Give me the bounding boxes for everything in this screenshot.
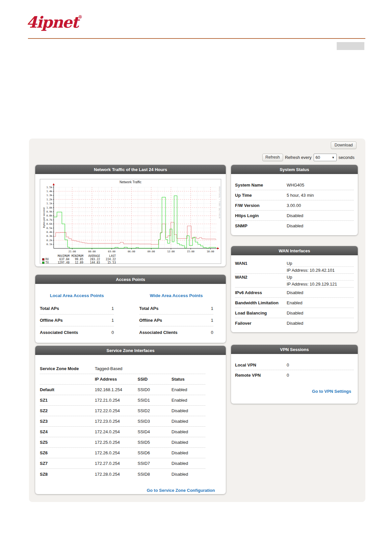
chart-legend-stat-value: 15.53 — [100, 261, 116, 264]
vpn-link-row: Go to VPN Settings — [231, 380, 358, 394]
chart-legend-column: LAST — [100, 254, 116, 258]
vpn-sessions-panel-title: VPN Sessions — [231, 345, 358, 354]
svg-text:18:00: 18:00 — [207, 250, 214, 253]
refresh-button[interactable]: Refresh — [262, 154, 283, 161]
right-column: System Status System NameWHG405Up Time5 … — [231, 165, 358, 494]
access-points-row-label: Associated Clients — [139, 330, 177, 335]
svg-text:0.3k: 0.3k — [46, 235, 53, 238]
chart-legend-stat-value: 1297.40 — [51, 261, 69, 264]
service-zone-ip: 172.23.0.254 — [95, 419, 138, 424]
access-points-row-value: 1 — [112, 306, 114, 311]
chart-legend-column: MINIMUM — [69, 254, 83, 258]
vpn-sessions-panel: VPN Sessions Local VPN0Remote VPN0 Go to… — [231, 345, 358, 404]
access-points-row-value: 0 — [211, 330, 213, 335]
svg-text:0.1k: 0.1k — [46, 243, 53, 246]
service-zone-name: Default — [40, 387, 95, 392]
service-zone-row: SZ7172.27.0.254SSID7Disabled — [40, 458, 205, 469]
go-to-service-zone-configuration-link[interactable]: Go to Service Zone Configuration — [147, 488, 215, 493]
chart-legend-stat-value: 12.89 — [69, 261, 83, 264]
service-zone-ip: 172.24.0.254 — [95, 429, 138, 434]
wan-status-line: WAN1Up — [235, 260, 354, 266]
wan-label: IPv6 Address — [235, 290, 287, 295]
access-points-row: Associated Clients0 — [40, 326, 114, 338]
wan-interfaces-rows: WAN1UpIP Address: 10.29.42.101WAN2UpIP A… — [231, 255, 358, 328]
chart-legend-stat-value: 224.22 — [100, 258, 116, 261]
wan-status-line: WAN2Up — [235, 274, 354, 280]
vpn-value: 0 — [287, 373, 289, 378]
svg-text:00:00: 00:00 — [88, 250, 96, 253]
wan-value: Disabled — [287, 321, 303, 326]
system-status-row: System NameWHG405 — [235, 180, 354, 190]
wan-row: FailoverDisabled — [235, 318, 354, 328]
refresh-interval-select[interactable]: 60 ▼ — [314, 154, 337, 161]
svg-text:03:00: 03:00 — [108, 250, 116, 253]
system-status-label: F/W Version — [235, 203, 287, 208]
svg-text:1.2k: 1.2k — [46, 198, 53, 201]
refresh-every-label: Refresh every — [285, 155, 312, 160]
service-zone-row: SZ4172.24.0.254SSID4Disabled — [40, 427, 205, 437]
service-zone-name: SZ5 — [40, 440, 95, 445]
service-zone-ssid: SSID1 — [138, 398, 171, 403]
chart-legend-column: MAXIMUM — [51, 254, 69, 258]
rx-swatch-icon — [42, 258, 44, 261]
svg-text:0.6k: 0.6k — [46, 222, 53, 225]
wan-row: WAN2UpIP Address: 10.29.129.121 — [235, 274, 354, 288]
service-zone-name: SZ7 — [40, 461, 95, 466]
wan-row: WAN1UpIP Address: 10.29.42.101 — [235, 260, 354, 274]
header-button-placeholder[interactable] — [337, 42, 364, 50]
service-zone-ssid: SSID3 — [138, 419, 171, 424]
service-zone-status: Disabled — [171, 461, 205, 466]
go-to-vpn-settings-link[interactable]: Go to VPN Settings — [312, 389, 351, 394]
access-points-group: Wide Area Access PointsTotal APs1Offline… — [139, 293, 213, 338]
system-status-row: Up Time5 hour, 43 min — [235, 190, 354, 200]
wan-row: Load BalancingDisabled — [235, 308, 354, 318]
svg-text:09:00: 09:00 — [147, 250, 155, 253]
column-header-status: Status — [171, 377, 205, 382]
access-points-row-value: 1 — [211, 306, 213, 311]
svg-text:0.4k: 0.4k — [46, 231, 53, 234]
access-points-row-value: 1 — [112, 318, 114, 323]
svg-text:1.4k: 1.4k — [46, 190, 53, 193]
service-zone-ip: 172.27.0.254 — [95, 461, 138, 466]
service-zone-table: Service Zone ModeTagged-BasedIP AddressS… — [35, 355, 226, 479]
service-zone-status: Enabled — [171, 387, 205, 392]
page: { "brand": { "logo_text": "4ipnet", "reg… — [0, 0, 392, 554]
access-points-row: Total APs1 — [139, 303, 213, 315]
vpn-row: Local VPN0 — [235, 360, 354, 370]
left-column: Network Traffic of the Last 24 Hours 21:… — [35, 165, 226, 494]
service-zone-ssid: SSID0 — [138, 387, 171, 392]
access-points-row-label: Total APs — [139, 306, 159, 311]
access-points-group-heading: Wide Area Access Points — [139, 293, 213, 298]
download-button[interactable]: Download — [331, 141, 356, 149]
svg-text:0.7k: 0.7k — [46, 218, 53, 221]
service-zone-ssid: SSID6 — [138, 450, 171, 455]
system-status-label: SNMP — [235, 223, 287, 228]
access-points-row-value: 1 — [211, 318, 213, 323]
svg-text:12:00: 12:00 — [167, 250, 175, 253]
service-zone-mode-row: Service Zone ModeTagged-Based — [40, 364, 205, 374]
chart-legend-series-name: TX — [42, 261, 51, 264]
chart-legend-series-row: RX637.8499.85203.22224.22 — [42, 258, 116, 261]
service-zone-name: SZ1 — [40, 398, 95, 403]
service-zone-ssid: SSID4 — [138, 429, 171, 434]
chart-y-axis-label: Bytes per second — [42, 208, 45, 228]
service-zone-row: SZ8172.28.0.254SSID8Disabled — [40, 469, 205, 479]
refresh-controls: Refresh Refresh every 60 ▼ seconds — [262, 154, 354, 161]
tx-swatch-icon — [42, 262, 44, 264]
service-zone-status: Disabled — [171, 472, 205, 477]
wan-ip-value: IP Address: 10.29.42.101 — [287, 268, 335, 273]
access-points-row-label: Offline APs — [40, 318, 63, 323]
chart-legend: MAXIMUMMINIMUMAVERAGELASTRX637.8499.8520… — [42, 254, 116, 264]
svg-text:0.9k: 0.9k — [46, 210, 53, 213]
service-zone-name: SZ8 — [40, 472, 95, 477]
service-zone-ssid: SSID7 — [138, 461, 171, 466]
system-status-label: Https Login — [235, 213, 287, 218]
system-status-value: Disabled — [287, 223, 303, 228]
service-zone-status: Disabled — [171, 429, 205, 434]
header-divider — [28, 38, 365, 39]
vpn-sessions-rows: Local VPN0Remote VPN0 — [231, 354, 358, 380]
chart-legend-series-label: RX — [45, 258, 49, 261]
chart-legend-stat-value: 99.85 — [69, 258, 83, 261]
service-zone-ip: 172.28.0.254 — [95, 472, 138, 477]
service-zone-name: SZ4 — [40, 429, 95, 434]
